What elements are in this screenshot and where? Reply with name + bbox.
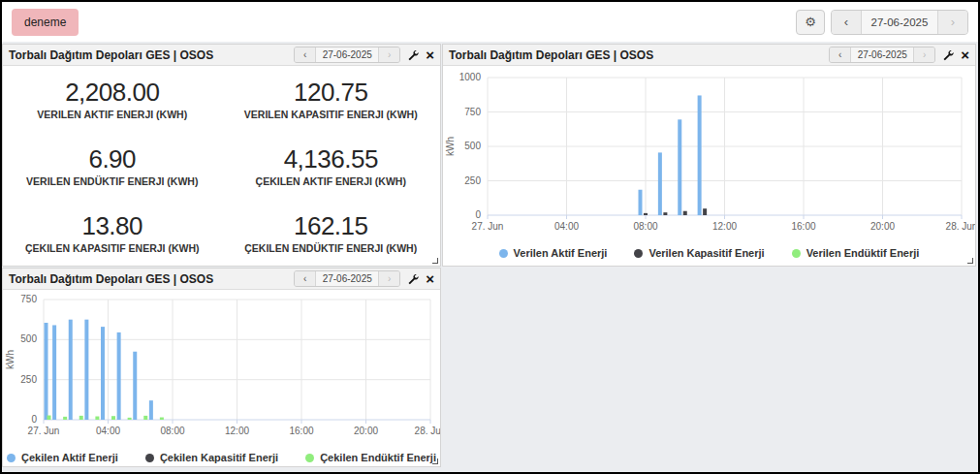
wrench-icon[interactable] [407,49,419,61]
svg-text:16:00: 16:00 [289,426,313,436]
stat-label: VERILEN AKTIF ENERJI (KWH) [3,109,222,120]
panel-tools: ‹ 27-06-2025 › × [829,47,969,63]
chevron-right-icon: › [923,50,926,60]
panel-date-next-button[interactable]: › [379,271,399,286]
svg-text:1000: 1000 [459,72,482,82]
date-next-button[interactable]: › [938,11,967,34]
stat-item: 4,136.55ÇEKILEN AKTIF ENERJI (KWH) [222,144,441,187]
legend-item[interactable]: Verilen Aktif Enerji [499,247,608,259]
panel-date-display[interactable]: 27-06-2025 [315,47,379,62]
dashboard-page: deneme ⚙ ‹ 27-06-2025 › Torbalı Dağıtım … [0,0,980,474]
chevron-right-icon: › [951,16,955,28]
legend-label: Çekilen Aktif Enerji [21,452,118,463]
stat-item: 120.75VERILEN KAPASITIF ENERJI (KWH) [222,78,441,120]
verilen-bar-chart[interactable]: 27. Jun04:0008:0012:0016:0020:0028. Jun0… [443,66,975,240]
stat-value: 162.15 [222,211,441,241]
legend-item[interactable]: Verilen Endüktif Enerji [792,247,920,259]
topbar-controls: ⚙ ‹ 27-06-2025 › [796,10,968,35]
topbar: deneme ⚙ ‹ 27-06-2025 › [2,2,978,42]
stat-item: 162.15ÇEKILEN ENDÜKTIF ENERJI (KWH) [222,211,441,254]
stat-value: 13.80 [3,211,222,241]
stats-grid: 2,208.00VERILEN AKTIF ENERJI (KWH)120.75… [3,66,440,266]
wrench-icon[interactable] [407,273,419,285]
legend-item[interactable]: Çekilen Endüktif Enerji [305,452,436,463]
panel-date-prev-button[interactable]: ‹ [295,47,315,62]
stat-label: ÇEKILEN AKTIF ENERJI (KWH) [222,175,441,187]
panel-date-display[interactable]: 27-06-2025 [850,47,914,62]
panel-date-next-button[interactable]: › [914,47,934,62]
svg-text:20:00: 20:00 [354,426,378,436]
svg-text:12:00: 12:00 [712,221,737,232]
chevron-right-icon: › [388,50,391,60]
panel-date-prev-button[interactable]: ‹ [830,47,850,62]
stat-value: 4,136.55 [222,144,441,174]
legend-item[interactable]: Çekilen Aktif Enerji [7,452,118,463]
panel-stats-header: Torbalı Dağıtım Depoları GES | OSOS ‹ 27… [3,45,440,66]
global-date-nav: ‹ 27-06-2025 › [831,10,968,35]
svg-text:750: 750 [20,294,37,304]
legend-label: Verilen Endüktif Enerji [806,247,920,259]
settings-button[interactable]: ⚙ [796,10,825,35]
resize-handle[interactable] [432,258,438,264]
panel-tools: ‹ 27-06-2025 › × [294,47,434,63]
stat-item: 2,208.00VERILEN AKTIF ENERJI (KWH) [3,78,222,120]
svg-text:27. Jun: 27. Jun [472,221,504,232]
stat-label: VERILEN ENDÜKTIF ENERJI (KWH) [3,175,222,187]
panel-tools: ‹ 27-06-2025 › × [294,270,434,287]
stat-value: 2,208.00 [3,78,222,108]
svg-text:04:00: 04:00 [554,221,579,232]
close-icon[interactable]: × [961,47,969,62]
legend-label: Verilen Aktif Enerji [514,247,608,259]
stat-value: 120.75 [222,78,441,108]
date-display[interactable]: 27-06-2025 [861,11,938,34]
legend-item[interactable]: Verilen Kapasitif Enerji [634,247,764,259]
dashboard-tab-deneme[interactable]: deneme [12,9,79,36]
close-icon[interactable]: × [426,47,434,62]
stat-item: 13.80ÇEKILEN KAPASITIF ENERJI (KWH) [3,211,222,254]
chevron-left-icon: ‹ [303,50,306,60]
panel-date-display[interactable]: 27-06-2025 [315,271,379,286]
chevron-left-icon: ‹ [838,50,841,60]
legend-label: Çekilen Endüktif Enerji [320,452,436,463]
panel-cekilen-header: Torbalı Dağıtım Depoları GES | OSOS ‹ 27… [3,269,440,290]
panel-title: Torbalı Dağıtım Depoları GES | OSOS [9,272,213,286]
dashboard-grid: Torbalı Dağıtım Depoları GES | OSOS ‹ 27… [2,42,978,472]
resize-handle[interactable] [967,258,973,264]
legend-label: Çekilen Kapasitif Enerji [160,452,278,463]
date-prev-button[interactable]: ‹ [832,11,861,34]
svg-text:500: 500 [20,333,37,344]
cekilen-chart-legend: Çekilen Aktif EnerjiÇekilen Kapasitif En… [3,445,440,470]
svg-text:08:00: 08:00 [160,426,184,436]
svg-text:16:00: 16:00 [791,221,815,232]
legend-marker-icon [634,249,643,258]
legend-label: Verilen Kapasitif Enerji [648,247,764,259]
svg-text:04:00: 04:00 [96,426,120,436]
legend-item[interactable]: Çekilen Kapasitif Enerji [145,452,278,463]
panel-date-next-button[interactable]: › [379,47,399,62]
svg-text:20:00: 20:00 [870,221,895,232]
legend-marker-icon [305,454,314,462]
legend-marker-icon [499,249,508,258]
svg-text:250: 250 [20,374,37,385]
panel-date-prev-button[interactable]: ‹ [295,271,315,286]
panel-date-nav: ‹ 27-06-2025 › [829,47,935,63]
panel-cekilen-chart: Torbalı Dağıtım Depoları GES | OSOS ‹ 27… [2,268,441,467]
stat-label: VERILEN KAPASITIF ENERJI (KWH) [222,109,441,120]
close-icon[interactable]: × [426,271,434,286]
resize-handle[interactable] [432,458,438,464]
panel-date-nav: ‹ 27-06-2025 › [294,270,400,287]
panel-verilen-header: Torbalı Dağıtım Depoları GES | OSOS ‹ 27… [443,45,975,66]
svg-text:27. Jun: 27. Jun [28,426,60,436]
cekilen-bar-chart[interactable]: 27. Jun04:0008:0012:0016:0020:0028. Jun0… [3,290,440,445]
stat-label: ÇEKILEN ENDÜKTIF ENERJI (KWH) [222,242,441,254]
stat-item: 6.90VERILEN ENDÜKTIF ENERJI (KWH) [3,144,222,187]
panel-verilen-chart: Torbalı Dağıtım Depoları GES | OSOS ‹ 27… [442,44,976,267]
verilen-chart-legend: Verilen Aktif EnerjiVerilen Kapasitif En… [443,240,975,266]
gear-icon: ⚙ [805,15,816,29]
legend-marker-icon [792,249,801,258]
stat-label: ÇEKILEN KAPASITIF ENERJI (KWH) [3,242,222,254]
stat-value: 6.90 [3,144,222,174]
wrench-icon[interactable] [942,49,954,61]
svg-text:12:00: 12:00 [225,426,249,436]
chevron-right-icon: › [388,274,391,284]
